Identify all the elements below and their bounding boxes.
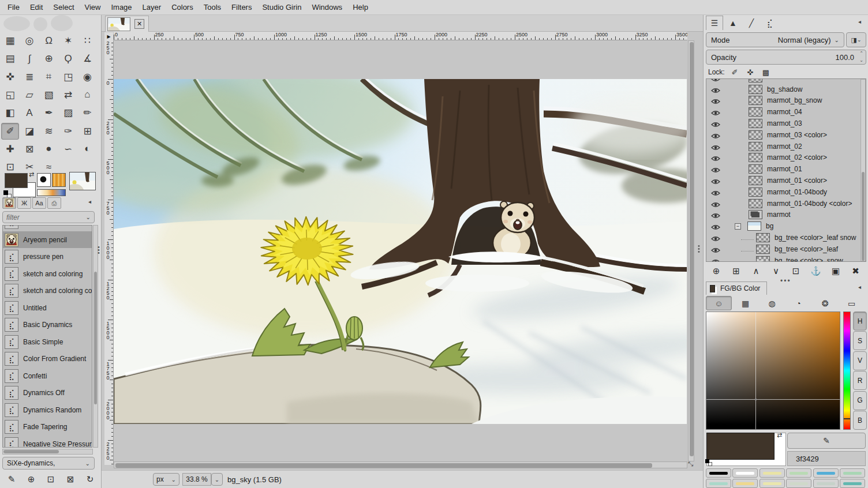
dynamics-item[interactable]: ⣎Negative Size Pressure [3, 436, 92, 448]
paths-tool-icon[interactable]: ∫ [21, 50, 39, 67]
visibility-eye-icon[interactable] [711, 235, 720, 241]
3d-transform-tool-icon[interactable]: ▧ [40, 87, 58, 103]
flip-tool-icon[interactable]: ⇄ [59, 87, 77, 103]
new-layer-button[interactable]: ⊕ [707, 264, 725, 278]
foreground-color-swatch[interactable] [5, 173, 28, 188]
visibility-eye-icon[interactable] [711, 258, 720, 262]
dynamics-item[interactable]: ⣎Dynamics Off [3, 385, 92, 401]
smudge-tool-icon[interactable]: ∽ [59, 141, 77, 157]
menu-layer[interactable]: Layer [137, 0, 167, 14]
dynamics-item[interactable]: ⣎Dynamics Random [3, 401, 92, 418]
visibility-eye-icon[interactable] [711, 246, 720, 252]
dynamics-item[interactable]: ⣎Untitled [3, 299, 92, 316]
refresh-dynamics-button[interactable]: ↻ [83, 473, 97, 486]
tab-channels[interactable]: ▲ [724, 16, 742, 30]
dynamics-item[interactable]: ⣎sketch and coloring copy [3, 283, 92, 299]
airbrush-tool-icon[interactable]: ≋ [40, 123, 58, 140]
layer-row[interactable]: marmot_01 [706, 163, 866, 175]
menu-studio-girin[interactable]: Studio Girin [257, 0, 306, 14]
layer-row[interactable]: marmot_01 <color> [706, 175, 866, 186]
dynamics-scrollbar[interactable] [93, 225, 98, 448]
active-image-thumbnail[interactable] [69, 172, 96, 190]
dynamics-item-partial[interactable]: ⣎ [3, 225, 92, 230]
perspective-clone-tool-icon[interactable]: ⊠ [21, 141, 39, 157]
dynamics-item[interactable]: ⣎Basic Simple [3, 333, 92, 350]
layer-row[interactable]: bg_tree <color>_leaf snow [706, 232, 866, 243]
unified-transform-tool-icon[interactable]: ◳ [59, 69, 77, 85]
visibility-eye-icon[interactable] [711, 155, 720, 160]
blur-sharpen-tool-icon[interactable]: ● [40, 141, 58, 157]
foreground-select-tool-icon[interactable]: ▤ [1, 50, 19, 67]
text-tool-icon[interactable]: A [21, 104, 39, 121]
dynamics-item[interactable]: ⣎Confetti [3, 367, 92, 384]
menu-colors[interactable]: Colors [166, 0, 199, 14]
history-color-swatch[interactable] [706, 468, 731, 478]
heal-tool-icon[interactable]: ✚ [1, 141, 19, 157]
gimp-view-button[interactable]: ☺ [706, 296, 732, 310]
visibility-eye-icon[interactable] [711, 144, 720, 149]
channel-button-h[interactable]: H [853, 311, 867, 331]
layer-row[interactable]: marmot_03 [706, 118, 866, 129]
dock-collapse-icon[interactable]: ◂ [858, 284, 861, 290]
menu-help[interactable]: Help [347, 0, 373, 14]
swap-colors-icon[interactable]: ⇄ [777, 431, 782, 439]
canvas-viewport[interactable] [114, 79, 687, 424]
color-picker-tool-icon[interactable]: ⊕ [40, 50, 58, 67]
unit-select[interactable]: px ⌄ [153, 473, 179, 486]
dynamics-item[interactable]: Aryeom pencil [3, 231, 92, 248]
channel-button-r[interactable]: R [853, 371, 867, 390]
layer-row[interactable]: marmot_02 <color> [706, 152, 866, 164]
history-color-swatch[interactable] [732, 479, 758, 488]
dynamics-item[interactable]: ⣎Color From Gradient [3, 351, 92, 367]
mypaint-brush-tool-icon[interactable]: ✑ [59, 123, 77, 140]
layer-row[interactable]: marmot_bg_snow [706, 95, 866, 107]
swap-colors-icon[interactable]: ⇄ [29, 171, 34, 178]
handle-transform-tool-icon[interactable]: ◉ [78, 69, 96, 85]
layer-row[interactable]: bg_tree <color>_snow [706, 255, 866, 262]
tab-layers[interactable]: ☰ [706, 16, 723, 30]
layer-row[interactable] [706, 78, 866, 84]
dynamics-preset-select[interactable]: SiXe-dynamics, ⌄ [2, 457, 95, 470]
opacity-slider[interactable]: Opacity 100.0 ⌃⌄ [706, 50, 866, 65]
menu-tools[interactable]: Tools [199, 0, 226, 14]
move-tool-icon[interactable]: ✜ [1, 69, 19, 85]
history-color-swatch[interactable] [813, 479, 839, 488]
lock-alpha-button[interactable]: ▩ [759, 66, 773, 78]
anchor-layer-button[interactable]: ⚓ [807, 264, 825, 278]
select-by-color-tool-icon[interactable]: ∷ [78, 32, 96, 49]
tab-brushes[interactable] [2, 197, 16, 209]
align-tool-icon[interactable]: ≣ [21, 69, 39, 85]
active-gradient-thumbnail[interactable] [37, 189, 66, 196]
delete-layer-button[interactable]: ✖ [847, 264, 865, 278]
tab-paths[interactable]: ╱ [743, 16, 760, 30]
menu-filters[interactable]: Filters [226, 0, 257, 14]
tab-tool-presets[interactable]: ⎙ [47, 197, 61, 209]
visibility-eye-icon[interactable] [711, 87, 720, 92]
active-pattern-thumbnail[interactable] [52, 173, 66, 187]
eraser-tool-icon[interactable]: ◪ [21, 123, 39, 140]
history-color-swatch[interactable] [706, 479, 731, 488]
close-tab-icon[interactable]: ✕ [134, 19, 144, 29]
clone-tool-icon[interactable]: ⊞ [78, 123, 96, 140]
measure-tool-icon[interactable]: ∡ [78, 50, 96, 67]
cage-transform-tool-icon[interactable]: ⌂ [78, 87, 96, 103]
shear-tool-icon[interactable]: ▱ [21, 87, 39, 103]
mode-select[interactable]: Mode Normal (legacy) ⌄ [706, 32, 844, 47]
menu-select[interactable]: Select [48, 0, 79, 14]
image-tab[interactable]: ✕ [105, 16, 149, 32]
tab-paint-dynamics[interactable]: ⣎ [761, 16, 779, 30]
hue-bar[interactable] [843, 311, 851, 430]
layer-row[interactable]: bg_shadow [706, 84, 866, 95]
channel-button-s[interactable]: S [853, 331, 867, 350]
fuzzy-select-tool-icon[interactable]: ✶ [59, 32, 77, 49]
visibility-eye-icon[interactable] [711, 121, 720, 126]
visibility-eye-icon[interactable] [711, 201, 720, 207]
layer-row[interactable]: marmot_03 <color> [706, 129, 866, 141]
panel-resize-grip[interactable]: ••• [98, 246, 100, 254]
lock-position-button[interactable]: ✜ [743, 66, 757, 78]
saturation-value-square[interactable] [706, 311, 840, 430]
spinner-icons[interactable]: ⌃⌄ [859, 50, 863, 64]
bucket-fill-tool-icon[interactable]: ◧ [1, 104, 19, 121]
crop-tool-icon[interactable]: ⌗ [40, 69, 58, 85]
raise-layer-button[interactable]: ∧ [747, 264, 765, 278]
